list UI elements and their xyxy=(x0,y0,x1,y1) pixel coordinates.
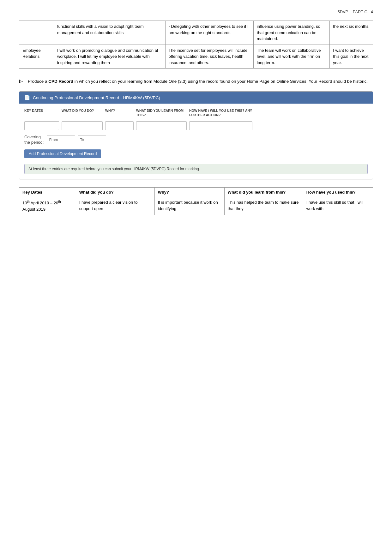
col-header-why: WHY? xyxy=(105,109,134,117)
col-header-dates: KEY DATES xyxy=(24,109,59,117)
cpd-input-dates[interactable] xyxy=(24,121,59,130)
table-cell-label xyxy=(19,21,54,45)
cpd-input-what[interactable] xyxy=(62,121,103,130)
period-to-input[interactable] xyxy=(78,135,106,144)
th-why: Why? xyxy=(154,188,224,197)
cpd-title: Continuing Professional Development Reco… xyxy=(33,95,160,100)
th-how: How have you used this? xyxy=(303,188,373,197)
col-header-how: HOW HAVE / WILL YOU USE THIS? ANY FURTHE… xyxy=(189,109,252,117)
cpd-record-bold: CPD Record xyxy=(48,79,73,84)
table-cell-label: Employee Relations xyxy=(19,45,54,69)
cpd-input-why[interactable] xyxy=(105,121,134,130)
period-from-input[interactable] xyxy=(47,135,75,144)
cpd-input-row xyxy=(24,121,368,130)
col-header-learn: WHAT DID YOU LEARN FROM THIS? xyxy=(136,109,187,117)
bottom-table: Key Dates What did you do? Why? What did… xyxy=(19,187,373,215)
td-what: I have prepared a clear vision to suppor… xyxy=(76,197,154,215)
td-dates: 10th April 2019 – 20th August 2019 xyxy=(19,197,76,215)
th-what: What did you do? xyxy=(76,188,154,197)
section-b-prefix: b- xyxy=(19,78,25,85)
table-row: functional skills with a vision to adapt… xyxy=(19,21,373,45)
table-cell-col1: functional skills with a vision to adapt… xyxy=(54,21,166,45)
td-how: I have use this skill so that I will wor… xyxy=(303,197,373,215)
cpd-column-headers: KEY DATES WHAT DID YOU DO? WHY? WHAT DID… xyxy=(24,109,368,117)
document-icon: 📄 xyxy=(24,95,30,100)
cpd-warning: At least three entries are required befo… xyxy=(24,164,368,174)
td-why: It is important because it work on ident… xyxy=(154,197,224,215)
cpd-box: 📄 Continuing Professional Development Re… xyxy=(19,91,373,179)
table-cell-col1: I will work on promoting dialogue and co… xyxy=(54,45,166,69)
td-learn: This has helped the team to make sure th… xyxy=(224,197,303,215)
page-header: 5DVP – PART C 4 xyxy=(19,9,373,14)
th-dates: Key Dates xyxy=(19,188,76,197)
table-cell-col4: I want to achieve this goal in the next … xyxy=(330,45,373,69)
table-header-row: Key Dates What did you do? Why? What did… xyxy=(19,188,373,197)
col-header-what: WHAT DID YOU DO? xyxy=(62,109,103,117)
table-cell-col2: - Delegating with other employees to see… xyxy=(165,21,253,45)
table-cell-col2: The incentive set for employees will inc… xyxy=(165,45,253,69)
add-professional-development-button[interactable]: Add Professional Development Record xyxy=(24,149,101,158)
page-title: 5DVP – PART C xyxy=(338,9,367,14)
section-b: b- Produce a CPD Record in which you ref… xyxy=(19,78,373,85)
period-label: Covering the period: xyxy=(24,135,44,145)
table-row: Employee Relations I will work on promot… xyxy=(19,45,373,69)
page-number: 4 xyxy=(371,9,373,14)
cpd-input-learn[interactable] xyxy=(136,121,187,130)
cpd-body: KEY DATES WHAT DID YOU DO? WHY? WHAT DID… xyxy=(19,104,373,179)
table-cell-col4: the next six months. xyxy=(330,21,373,45)
section-b-text: Produce a CPD Record in which you reflec… xyxy=(28,78,368,85)
table-row: 10th April 2019 – 20th August 2019 I hav… xyxy=(19,197,373,215)
cpd-header: 📄 Continuing Professional Development Re… xyxy=(19,92,373,104)
table-cell-col3: The team will work on collaborative leve… xyxy=(254,45,330,69)
th-learn: What did you learn from this? xyxy=(224,188,303,197)
cpd-period-row: Covering the period: xyxy=(24,135,368,145)
cpd-input-how[interactable] xyxy=(189,121,252,130)
table-cell-col3: influence using power branding, so that … xyxy=(254,21,330,45)
cpd-period-inputs xyxy=(47,135,106,144)
main-table: functional skills with a vision to adapt… xyxy=(19,21,373,69)
